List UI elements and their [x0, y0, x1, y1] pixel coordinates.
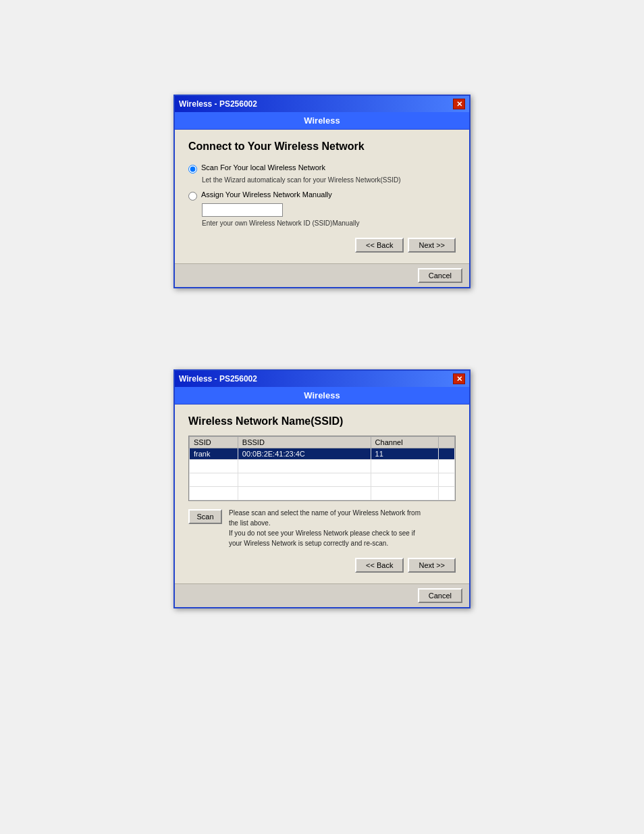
dialog1-cancel-button[interactable]: Cancel — [418, 268, 462, 283]
dialog1-cancel-row: Cancel — [175, 263, 469, 287]
dialog1-content: Connect to Your Wireless Network Scan Fo… — [175, 130, 469, 263]
col-bssid: BSSID — [238, 437, 371, 448]
scan-description: Please scan and select the name of your … — [229, 508, 421, 548]
scan-desc-line4: your Wireless Network is setup correctly… — [229, 540, 388, 547]
dialog1: Wireless - PS256002 ✕ Wireless Connect t… — [173, 95, 471, 288]
cell-bssid: 00:0B:2E:41:23:4C — [238, 448, 371, 460]
table-row-empty1 — [190, 460, 455, 473]
dialog2-titlebar: Wireless - PS256002 ✕ — [175, 371, 469, 387]
radio-scan-label: Scan For Your local Wireless Network — [201, 163, 325, 172]
dialog2-next-button[interactable]: Next >> — [408, 558, 456, 573]
cell-channel: 11 — [371, 448, 438, 460]
dialog2-cancel-row: Cancel — [175, 583, 469, 607]
radio-scan-option: Scan For Your local Wireless Network — [188, 163, 456, 174]
col-extra — [438, 437, 454, 448]
dialog1-close-button[interactable]: ✕ — [453, 99, 465, 109]
ssid-table: SSID BSSID Channel frank 00:0B:2E:41:23:… — [189, 436, 455, 500]
col-ssid: SSID — [190, 437, 238, 448]
scan-button[interactable]: Scan — [188, 509, 222, 524]
dialog1-button-row: << Back Next >> — [188, 238, 456, 253]
dialog2-cancel-button[interactable]: Cancel — [418, 588, 462, 603]
radio-scan-desc: Let the Wizard automaticaly scan for you… — [202, 176, 456, 184]
scan-row: Scan Please scan and select the name of … — [188, 508, 456, 548]
table-row[interactable]: frank 00:0B:2E:41:23:4C 11 — [190, 448, 455, 460]
radio-manual-label: Assign Your Wireless Network Manually — [201, 190, 332, 199]
dialog2-page-title: Wireless Network Name(SSID) — [188, 415, 456, 427]
dialog2: Wireless - PS256002 ✕ Wireless Wireless … — [173, 369, 471, 608]
cell-ssid: frank — [190, 448, 238, 460]
dialog2-header: Wireless — [175, 387, 469, 405]
dialog2-close-button[interactable]: ✕ — [453, 373, 465, 384]
manual-ssid-wrapper — [202, 203, 456, 217]
manual-ssid-desc: Enter your own Wireless Network ID (SSID… — [202, 219, 456, 227]
dialog2-content: Wireless Network Name(SSID) SSID BSSID C… — [175, 405, 469, 583]
radio-manual-option: Assign Your Wireless Network Manually — [188, 190, 456, 201]
dialog1-page-title: Connect to Your Wireless Network — [188, 140, 456, 153]
scan-desc-line3: If you do not see your Wireless Network … — [229, 529, 415, 537]
scan-desc-line1: Please scan and select the name of your … — [229, 509, 421, 517]
ssid-table-wrapper: SSID BSSID Channel frank 00:0B:2E:41:23:… — [188, 436, 456, 501]
dialog2-title: Wireless - PS256002 — [179, 374, 257, 384]
dialog1-title: Wireless - PS256002 — [179, 99, 257, 109]
scan-desc-line2: the list above. — [229, 519, 271, 527]
manual-ssid-field[interactable] — [202, 203, 283, 217]
table-row-empty3 — [190, 487, 455, 500]
table-row-empty2 — [190, 473, 455, 487]
dialog1-titlebar: Wireless - PS256002 ✕ — [175, 96, 469, 112]
radio-scan-input[interactable] — [188, 165, 197, 174]
dialog1-radio-group: Scan For Your local Wireless Network Let… — [188, 163, 456, 227]
dialog1-header: Wireless — [175, 112, 469, 130]
dialog2-back-button[interactable]: << Back — [355, 558, 404, 573]
cell-extra — [438, 448, 454, 460]
dialog1-next-button[interactable]: Next >> — [408, 238, 456, 253]
col-channel: Channel — [371, 437, 438, 448]
radio-manual-input[interactable] — [188, 192, 197, 201]
dialog2-button-row: << Back Next >> — [188, 558, 456, 573]
dialog1-back-button[interactable]: << Back — [355, 238, 404, 253]
